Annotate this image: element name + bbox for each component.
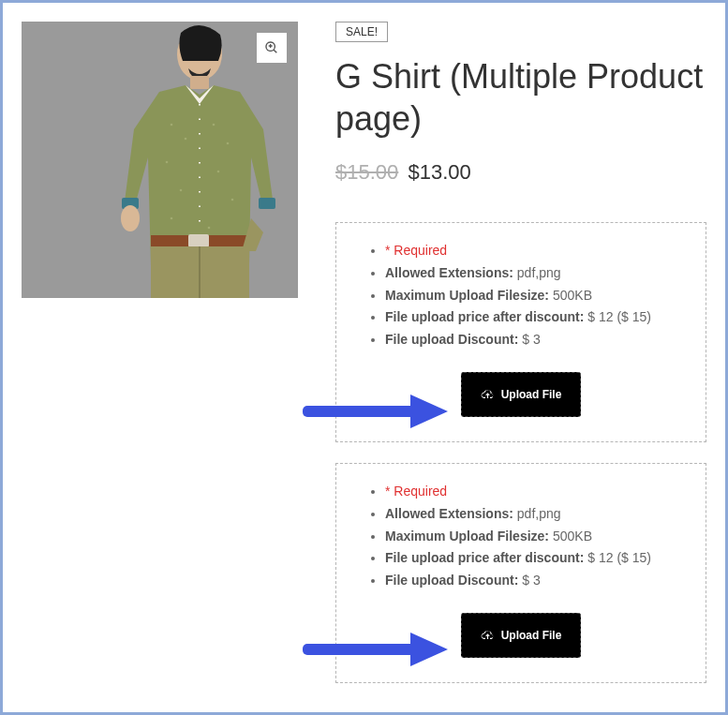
- svg-point-16: [121, 205, 140, 231]
- product-image[interactable]: [22, 22, 298, 298]
- svg-point-9: [217, 171, 220, 173]
- cloud-upload-icon: [481, 388, 495, 400]
- list-item: Maximum Upload Filesize: 500KB: [385, 285, 687, 307]
- list-item: File upload price after discount: $ 12 (…: [385, 306, 687, 329]
- list-item: File upload Discount: $ 3: [385, 570, 687, 592]
- upload-button-label: Upload File: [501, 388, 562, 401]
- product-image-column: [22, 22, 298, 704]
- svg-marker-22: [410, 395, 448, 428]
- product-details: SALE! G Shirt (Multiple Product page) $1…: [335, 22, 706, 704]
- svg-point-8: [166, 161, 169, 164]
- svg-rect-18: [188, 234, 209, 247]
- product-title: G Shirt (Multiple Product page): [335, 55, 706, 140]
- svg-point-12: [171, 217, 173, 220]
- annotation-arrow-icon: [303, 633, 448, 666]
- list-item: Allowed Extensions: pdf,png: [385, 503, 687, 526]
- svg-point-10: [180, 189, 183, 192]
- list-item: File upload price after discount: $ 12 (…: [385, 547, 687, 570]
- zoom-button[interactable]: [257, 33, 287, 63]
- current-price: $13.00: [408, 160, 470, 184]
- svg-point-6: [213, 124, 215, 127]
- list-item: File upload Discount: $ 3: [385, 329, 687, 351]
- svg-point-4: [171, 124, 173, 127]
- cloud-upload-icon: [481, 629, 495, 641]
- svg-rect-15: [259, 198, 275, 209]
- annotation-arrow-icon: [303, 395, 448, 428]
- price: $15.00 $13.00: [335, 160, 706, 185]
- list-item: Allowed Extensions: pdf,png: [385, 262, 687, 285]
- old-price: $15.00: [335, 160, 398, 184]
- required-label: * Required: [385, 243, 447, 258]
- required-label: * Required: [385, 484, 447, 499]
- svg-marker-24: [410, 633, 448, 666]
- svg-point-5: [185, 138, 187, 141]
- list-item: Maximum Upload Filesize: 500KB: [385, 526, 687, 548]
- svg-rect-23: [303, 644, 415, 655]
- svg-rect-2: [190, 76, 209, 89]
- svg-rect-21: [303, 406, 415, 417]
- svg-point-11: [231, 199, 234, 201]
- upload-button-label: Upload File: [501, 629, 562, 642]
- zoom-in-icon: [264, 40, 279, 55]
- upload-file-button[interactable]: Upload File: [461, 613, 582, 658]
- svg-point-7: [227, 142, 230, 145]
- svg-point-13: [208, 227, 211, 230]
- sale-badge: SALE!: [335, 22, 388, 42]
- upload-file-button[interactable]: Upload File: [461, 372, 582, 417]
